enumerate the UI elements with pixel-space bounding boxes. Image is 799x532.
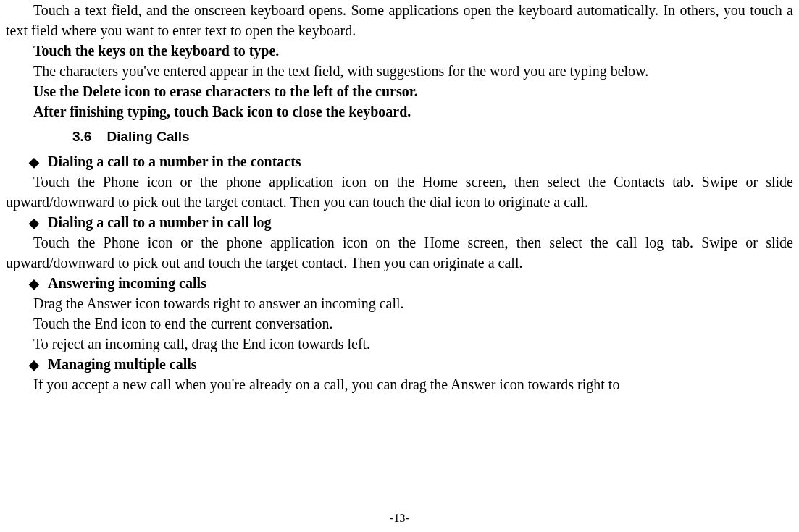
bullet-answering-line2: Touch the End icon to end the current co…	[6, 313, 793, 334]
paragraph-back: After finishing typing, touch Back icon …	[6, 101, 793, 122]
bullet-calllog: ◆Dialing a call to a number in call log	[6, 212, 793, 232]
diamond-icon: ◆	[29, 214, 48, 232]
bullet-answering: ◆Answering incoming calls	[6, 273, 793, 293]
bullet-title: Dialing a call to a number in call log	[48, 214, 272, 230]
section-title: Dialing Calls	[107, 129, 190, 144]
bullet-title: Dialing a call to a number in the contac…	[48, 153, 301, 169]
bullet-multiple-body: If you accept a new call when you're alr…	[6, 374, 793, 394]
paragraph-intro: Touch a text field, and the onscreen key…	[6, 0, 793, 41]
paragraph-touch-keys: Touch the keys on the keyboard to type.	[6, 41, 793, 61]
page-number: -13-	[0, 510, 799, 526]
diamond-icon: ◆	[29, 153, 48, 172]
bullet-answering-line1: Drag the Answer icon towards right to an…	[6, 293, 793, 313]
paragraph-delete: Use the Delete icon to erase characters …	[6, 81, 793, 101]
bullet-title: Managing multiple calls	[48, 356, 197, 372]
bullet-contacts: ◆Dialing a call to a number in the conta…	[6, 151, 793, 172]
bullet-title: Answering incoming calls	[48, 275, 206, 291]
document-content: Touch a text field, and the onscreen key…	[0, 0, 799, 394]
bullet-calllog-body: Touch the Phone icon or the phone applic…	[6, 232, 793, 273]
bullet-multiple: ◆Managing multiple calls	[6, 354, 793, 374]
section-number: 3.6	[72, 129, 91, 144]
diamond-icon: ◆	[29, 356, 48, 374]
diamond-icon: ◆	[29, 275, 48, 293]
bullet-contacts-body: Touch the Phone icon or the phone applic…	[6, 172, 793, 212]
bullet-answering-line3: To reject an incoming call, drag the End…	[6, 334, 793, 354]
paragraph-characters: The characters you've entered appear in …	[6, 61, 793, 81]
section-heading: 3.6 Dialing Calls	[72, 127, 793, 147]
